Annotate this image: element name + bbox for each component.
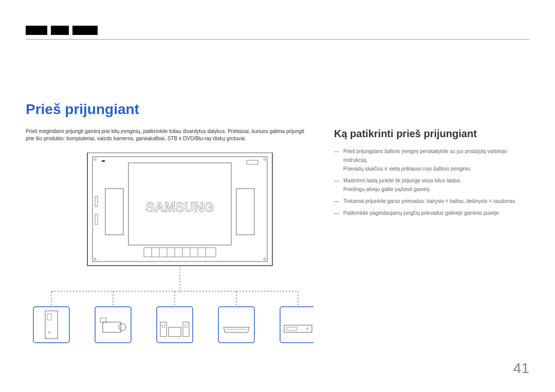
- checklist-item: Maitinimo laidą junkite tik prijungę vis…: [334, 176, 529, 194]
- checklist-item-sub: Priešingu atveju galite pažeisti gaminį.: [343, 185, 529, 194]
- checklist-item: Patikrinkite pageidaujamų jungčių prieva…: [334, 209, 529, 217]
- svg-rect-3: [236, 189, 254, 235]
- svg-point-43: [306, 328, 308, 330]
- device-speakers-icon: [157, 307, 193, 343]
- svg-rect-2: [105, 189, 123, 235]
- svg-point-39: [184, 325, 188, 328]
- header-fragment: [26, 26, 98, 35]
- checklist: Prieš prijungdami šaltinio įrenginį pers…: [334, 147, 529, 217]
- svg-point-21: [264, 258, 266, 260]
- device-pc-icon: [33, 307, 69, 343]
- svg-rect-7: [95, 196, 98, 207]
- columns: Prieš mėgindami prijungti gaminį prie ki…: [26, 128, 529, 350]
- svg-point-33: [119, 324, 126, 331]
- connection-diagram: SAMSUNG: [26, 153, 313, 348]
- svg-rect-37: [169, 327, 181, 337]
- svg-rect-30: [47, 314, 51, 320]
- brand-text: SAMSUNG: [146, 199, 214, 215]
- checklist-item: Prieš prijungdami šaltinio įrenginį pers…: [334, 147, 529, 173]
- svg-point-38: [162, 325, 165, 328]
- svg-rect-6: [247, 160, 258, 164]
- svg-point-31: [48, 331, 50, 333]
- svg-rect-5: [102, 160, 105, 162]
- diagram: SAMSUNG: [26, 153, 313, 350]
- svg-rect-42: [287, 327, 297, 330]
- device-camcorder-icon: [95, 307, 131, 343]
- checklist-item: Tinkamai prijunkite garso prievadus: kai…: [334, 197, 529, 206]
- svg-point-19: [264, 158, 266, 160]
- svg-rect-36: [183, 322, 189, 337]
- device-stb-icon: [218, 307, 254, 343]
- checklist-item-text: Patikrinkite pageidaujamų jungčių prieva…: [343, 210, 500, 216]
- device-bluray-icon: [280, 307, 313, 343]
- svg-point-18: [94, 158, 96, 160]
- svg-rect-32: [103, 322, 121, 332]
- page-number: 41: [513, 360, 529, 377]
- checklist-item-text: Maitinimo laidą junkite tik prijungę vis…: [343, 178, 461, 183]
- left-column: Prieš mėgindami prijungti gaminį prie ki…: [26, 128, 313, 350]
- svg-point-20: [94, 258, 96, 260]
- page-container: Prieš prijungiant Prieš mėgindami prijun…: [0, 0, 555, 392]
- header-bar: [26, 26, 529, 40]
- main-title: Prieš prijungiant: [26, 101, 529, 118]
- checklist-heading: Ką patikrinti prieš prijungiant: [334, 128, 529, 140]
- checklist-item-sub: Prievadų skaičius ir vieta priklauso nuo…: [343, 164, 529, 173]
- checklist-item-text: Prieš prijungdami šaltinio įrenginį pers…: [343, 148, 507, 163]
- checklist-item-text: Tinkamai prijunkite garso prievadus: kai…: [343, 198, 516, 204]
- right-column: Ką patikrinti prieš prijungiant Prieš pr…: [334, 128, 529, 350]
- svg-rect-9: [144, 248, 216, 257]
- intro-text: Prieš mėgindami prijungti gaminį prie ki…: [26, 128, 313, 142]
- svg-rect-35: [160, 322, 166, 337]
- svg-rect-8: [95, 214, 98, 225]
- svg-rect-41: [284, 325, 312, 332]
- svg-rect-34: [100, 318, 106, 322]
